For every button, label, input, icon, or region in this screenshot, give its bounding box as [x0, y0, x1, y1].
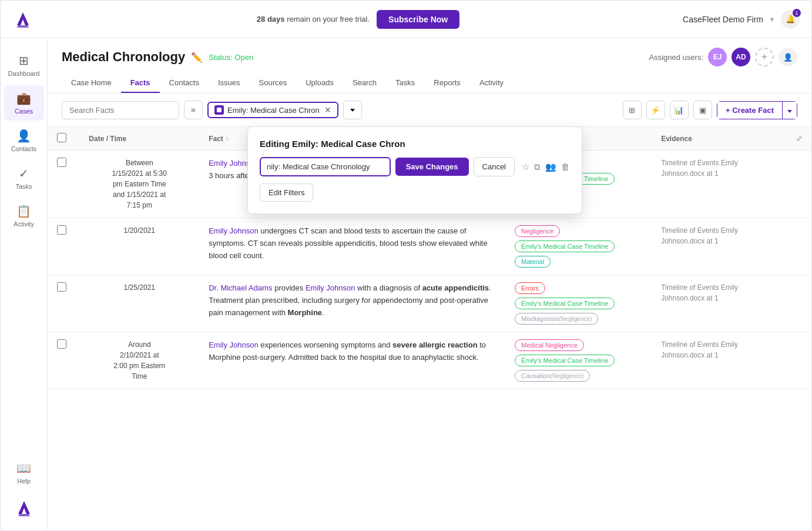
- row1-checkbox[interactable]: [57, 158, 66, 167]
- sidebar-label-cases: Cases: [15, 108, 33, 115]
- th-evidence: Evidence ⤢: [652, 127, 811, 151]
- team-icon[interactable]: 👥: [545, 162, 556, 172]
- tab-contacts[interactable]: Contacts: [160, 74, 209, 93]
- th-check: [48, 127, 79, 151]
- tag-negligence-2[interactable]: Negligence: [515, 225, 560, 237]
- tag-timeline-2[interactable]: Emily's Medical Case Timeline: [515, 241, 615, 252]
- tag-misdiagnosis[interactable]: Misdiagnosis (Negligence): [515, 313, 598, 325]
- tag-timeline-3[interactable]: Emily's Medical Case Timeline: [515, 298, 615, 309]
- tag-filter-close-icon[interactable]: ✕: [324, 106, 331, 114]
- toolbar-right: ⊞ ⚡ 📊 ▣ + Create Fact: [623, 101, 797, 119]
- svg-marker-2: [18, 501, 30, 514]
- tag-causation[interactable]: Causation (Negligence): [515, 370, 590, 382]
- row3-fact: Dr. Michael Adams provides Emily Johnson…: [199, 275, 505, 332]
- star-icon[interactable]: ☆: [522, 162, 529, 172]
- page-header: Medical Chronology ✏️ Status: Open Assig…: [48, 38, 811, 93]
- tab-activity[interactable]: Activity: [470, 74, 513, 93]
- firm-chevron[interactable]: ▾: [770, 15, 774, 24]
- panel-view-button[interactable]: ▣: [693, 101, 712, 119]
- delete-icon[interactable]: 🗑: [561, 162, 570, 172]
- sidebar: ⊞ Dashboard 💼 Cases 👤 Contacts ✓ Tasks 📋…: [1, 38, 48, 530]
- page-header-top: Medical Chronology ✏️ Status: Open Assig…: [62, 48, 797, 66]
- firm-name[interactable]: CaseFleet Demo Firm: [683, 15, 763, 24]
- row3-evidence: Timeline of Events EmilyJohnson.docx at …: [652, 275, 811, 332]
- page-title: Medical Chronology: [62, 49, 185, 65]
- row4-datetime: Around2/10/2021 at2:00 pm EasternTime: [79, 332, 199, 389]
- tab-search[interactable]: Search: [343, 74, 386, 93]
- columns-view-button[interactable]: ⊞: [623, 101, 642, 119]
- filter-button[interactable]: ≡: [184, 101, 203, 119]
- popup-save-button[interactable]: Save Changes: [395, 158, 469, 176]
- sidebar-item-help[interactable]: 📖 Help: [4, 455, 44, 490]
- app-logo: [12, 9, 33, 30]
- copy-icon[interactable]: ⧉: [534, 162, 541, 172]
- edit-filters-button[interactable]: Edit Filters: [260, 183, 313, 202]
- row2-evidence: Timeline of Events EmilyJohnson.docx at …: [652, 218, 811, 275]
- popup-name-input[interactable]: [260, 157, 391, 176]
- dashboard-icon: ⊞: [19, 54, 29, 68]
- tag-material[interactable]: Material: [515, 256, 551, 268]
- svg-marker-3: [18, 514, 30, 516]
- row3-check: [48, 275, 79, 332]
- sidebar-item-activity[interactable]: 📋 Activity: [4, 198, 44, 233]
- row1-datetime: Between1/15/2021 at 5:30pm Eastern Timea…: [79, 151, 199, 218]
- tab-facts[interactable]: Facts: [121, 74, 160, 93]
- create-fact-dropdown-button[interactable]: [783, 101, 797, 119]
- tab-issues[interactable]: Issues: [209, 74, 250, 93]
- tab-sources[interactable]: Sources: [250, 74, 297, 93]
- row2-person-link[interactable]: Emily Johnson: [209, 226, 259, 235]
- create-fact-button-group: + Create Fact: [717, 101, 797, 119]
- popup-action-icons: ☆ ⧉ 👥 🗑: [522, 162, 570, 172]
- tab-tasks[interactable]: Tasks: [386, 74, 424, 93]
- create-fact-chevron: [787, 110, 792, 113]
- tab-uploads[interactable]: Uploads: [296, 74, 343, 93]
- content-area: Medical Chronology ✏️ Status: Open Assig…: [48, 38, 811, 530]
- edit-title-icon[interactable]: ✏️: [191, 52, 203, 63]
- row4-checkbox[interactable]: [57, 339, 66, 349]
- sidebar-item-tasks[interactable]: ✓ Tasks: [4, 161, 44, 196]
- expand-evidence-icon[interactable]: ⤢: [796, 135, 802, 143]
- row3-tags: Errors Emily's Medical Case Timeline Mis…: [505, 275, 652, 332]
- row1-check: [48, 151, 79, 218]
- notification-badge: 1: [793, 9, 801, 17]
- create-fact-main-button[interactable]: + Create Fact: [717, 101, 783, 119]
- svg-marker-1: [17, 25, 29, 28]
- topbar-left: [12, 9, 33, 30]
- row4-fact: Emily Johnson experiences worsening symp…: [199, 332, 505, 389]
- add-user-button[interactable]: +: [755, 48, 774, 66]
- row2-checkbox[interactable]: [57, 225, 66, 235]
- nav-tabs: Case Home Facts Contacts Issues Sources …: [62, 74, 797, 93]
- row4-person-link[interactable]: Emily Johnson: [209, 340, 259, 349]
- chevron-down-icon: [350, 109, 355, 112]
- filter-dropdown-button[interactable]: [343, 101, 362, 119]
- tag-medical-negligence[interactable]: Medical Negligence: [515, 339, 584, 351]
- flash-view-button[interactable]: ⚡: [646, 101, 665, 119]
- assigned-label: Assigned users:: [649, 53, 704, 62]
- tag-timeline-4[interactable]: Emily's Medical Case Timeline: [515, 355, 615, 366]
- notification-button[interactable]: 🔔 1: [781, 10, 800, 29]
- chart-view-button[interactable]: 📊: [670, 101, 689, 119]
- row3-checkbox[interactable]: [57, 282, 66, 292]
- search-input[interactable]: [62, 101, 179, 119]
- tag-errors[interactable]: Errors: [515, 282, 545, 294]
- trial-days: 28 days: [257, 15, 285, 24]
- tab-reports[interactable]: Reports: [424, 74, 470, 93]
- th-datetime: Date / Time: [79, 127, 199, 151]
- row2-check: [48, 218, 79, 275]
- select-all-checkbox[interactable]: [57, 133, 66, 142]
- subscribe-button[interactable]: Subscribe Now: [377, 10, 459, 29]
- sidebar-item-contacts[interactable]: 👤 Contacts: [4, 123, 44, 158]
- row2-tags: Negligence Emily's Medical Case Timeline…: [505, 218, 652, 275]
- filter-icon: ≡: [191, 106, 196, 115]
- sidebar-item-cases[interactable]: 💼 Cases: [4, 85, 44, 121]
- row3-person-link[interactable]: Emily Johnson: [306, 283, 355, 292]
- tab-case-home[interactable]: Case Home: [62, 74, 121, 93]
- row3-doctor-link[interactable]: Dr. Michael Adams: [209, 283, 272, 292]
- avatar-1[interactable]: EJ: [708, 48, 727, 66]
- avatar-2[interactable]: AD: [732, 48, 750, 66]
- popup-cancel-button[interactable]: Cancel: [474, 157, 515, 176]
- row4-evidence: Timeline of Events EmilyJohnson.docx at …: [652, 332, 811, 389]
- sidebar-item-dashboard[interactable]: ⊞ Dashboard: [4, 48, 44, 83]
- page-title-area: Medical Chronology ✏️ Status: Open: [62, 49, 253, 65]
- sidebar-bottom: 📖 Help: [4, 455, 44, 521]
